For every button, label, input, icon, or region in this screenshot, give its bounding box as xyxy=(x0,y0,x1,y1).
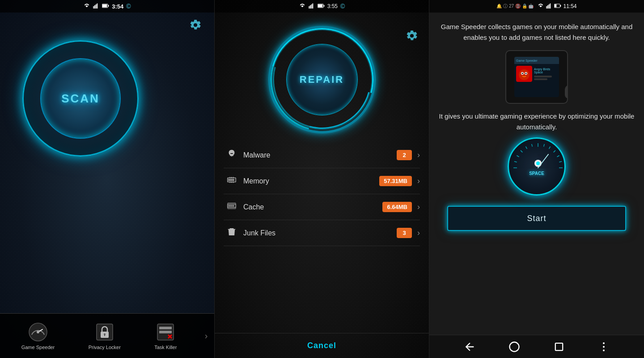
malware-chevron: › xyxy=(417,150,420,160)
back-button[interactable] xyxy=(461,338,479,356)
phone-screen-title: Game Speeder xyxy=(516,59,537,62)
svg-line-72 xyxy=(559,162,562,162)
lock-icon xyxy=(95,322,114,342)
gear-button-left[interactable] xyxy=(187,17,203,33)
result-row-malware[interactable]: Malware 2 › xyxy=(224,142,420,168)
svg-rect-28 xyxy=(229,179,230,181)
svg-rect-40 xyxy=(229,205,230,207)
svg-rect-31 xyxy=(233,179,234,181)
svg-rect-32 xyxy=(229,177,230,178)
svg-rect-53 xyxy=(560,5,561,7)
svg-point-81 xyxy=(603,346,605,348)
svg-rect-45 xyxy=(228,208,236,209)
panel-right: 🔔 ⓘ 27 📵 🔒 🤖 11:54 Game Speeder collects… xyxy=(429,0,644,358)
svg-rect-5 xyxy=(108,5,109,7)
result-row-cache[interactable]: Cache 6.64MB › xyxy=(224,194,420,220)
bottom-nav: Game Speeder Privacy Locker xyxy=(0,313,214,358)
wifi-icon-middle xyxy=(299,3,306,10)
nav-item-privacy-locker[interactable]: Privacy Locker xyxy=(89,322,121,350)
svg-rect-51 xyxy=(550,3,551,8)
panel2-inner: REPAIR Malware 2 › xyxy=(215,13,429,358)
notification-icons-right: 🔔 ⓘ 27 📵 🔒 🤖 xyxy=(496,3,534,9)
speedometer-icon xyxy=(28,322,48,342)
cache-label: Cache xyxy=(243,203,382,211)
game-speeder-desc2: It gives you ultimate gaming experience … xyxy=(438,111,635,132)
cache-chevron: › xyxy=(417,202,420,212)
svg-rect-15 xyxy=(159,327,172,329)
scan-label: SCAN xyxy=(61,92,100,106)
scan-results-list: Malware 2 › xyxy=(215,142,429,246)
svg-point-80 xyxy=(603,342,605,344)
svg-rect-41 xyxy=(231,205,232,207)
phone-app-thumb xyxy=(516,66,532,82)
svg-rect-20 xyxy=(310,5,311,8)
home-icon xyxy=(508,341,521,353)
svg-rect-6 xyxy=(102,4,107,7)
battery-icon-left xyxy=(102,3,109,10)
svg-rect-42 xyxy=(232,205,233,207)
svg-point-9 xyxy=(37,331,39,333)
repair-button[interactable]: REPAIR xyxy=(215,13,429,133)
svg-rect-35 xyxy=(229,182,230,183)
svg-line-64 xyxy=(521,150,522,152)
privacy-locker-nav-label: Privacy Locker xyxy=(89,345,121,350)
recents-button[interactable] xyxy=(550,338,568,356)
android-nav-bar xyxy=(429,335,644,358)
svg-rect-19 xyxy=(309,6,309,8)
task-killer-nav-icon xyxy=(156,322,175,342)
svg-point-82 xyxy=(603,349,605,351)
memory-count: 57.31MB xyxy=(379,176,412,186)
phone-app-row: Angry Birds Space xyxy=(514,64,559,84)
signal-icon-left xyxy=(93,3,99,10)
scan-button[interactable]: SCAN xyxy=(13,31,148,166)
start-button[interactable]: Start xyxy=(447,206,626,231)
result-row-memory[interactable]: Memory 57.31MB › xyxy=(224,168,420,194)
svg-rect-39 xyxy=(229,205,229,207)
extra-icon-left: © xyxy=(126,3,131,10)
nav-item-game-speeder[interactable]: Game Speeder xyxy=(21,322,55,350)
svg-rect-27 xyxy=(229,179,229,181)
scan-inner-circle: SCAN xyxy=(40,58,121,139)
memory-chevron: › xyxy=(417,176,420,186)
speedometer-dial: SPACE xyxy=(505,140,568,193)
repair-circle-wrap: REPAIR xyxy=(268,26,376,133)
svg-rect-44 xyxy=(228,203,236,205)
svg-rect-13 xyxy=(104,334,105,336)
junk-icon xyxy=(224,227,240,239)
svg-line-63 xyxy=(517,156,519,157)
nav-item-task-killer[interactable]: Task Killer xyxy=(154,322,177,350)
svg-line-71 xyxy=(557,156,559,157)
speedometer-bg: SPACE xyxy=(508,137,566,196)
menu-button[interactable] xyxy=(595,338,613,356)
svg-point-60 xyxy=(525,73,527,74)
status-bar-right: 🔔 ⓘ 27 📵 🔒 🤖 11:54 xyxy=(429,0,644,13)
svg-line-69 xyxy=(549,146,551,149)
panel3-body: Game Speeder collects games on your mobi… xyxy=(429,13,644,335)
task-killer-nav-label: Task Killer xyxy=(154,345,177,350)
time-middle: 3:55 xyxy=(327,3,338,9)
malware-label: Malware xyxy=(243,151,397,159)
back-icon xyxy=(463,341,476,353)
result-row-junk[interactable]: Junk Files 3 › xyxy=(224,220,420,246)
phone-screen-bar: Game Speeder xyxy=(514,57,559,64)
gear-button-middle[interactable] xyxy=(406,30,418,44)
cancel-button[interactable]: Cancel xyxy=(215,333,429,358)
repair-ring-bottom xyxy=(254,13,389,147)
svg-point-78 xyxy=(510,342,519,351)
svg-rect-34 xyxy=(233,177,234,178)
angry-birds-icon xyxy=(516,66,532,82)
malware-count: 2 xyxy=(397,150,412,160)
speedometer-ticks-svg xyxy=(509,139,566,196)
svg-rect-48 xyxy=(547,6,547,8)
junk-chevron: › xyxy=(417,228,420,238)
panel-left: 3:54 © SCAN xyxy=(0,0,215,358)
nav-arrow[interactable]: › xyxy=(198,328,214,344)
status-bar-left: 3:54 © xyxy=(0,0,214,13)
signal-icon-right xyxy=(546,3,552,10)
phone-app-label: Angry Birds Space xyxy=(534,68,557,74)
home-button[interactable] xyxy=(505,338,523,356)
svg-rect-36 xyxy=(231,182,232,183)
scan-outer-ring: SCAN xyxy=(22,40,139,157)
svg-rect-30 xyxy=(232,179,233,181)
panel-middle: 3:55 © REPAIR xyxy=(215,0,429,358)
